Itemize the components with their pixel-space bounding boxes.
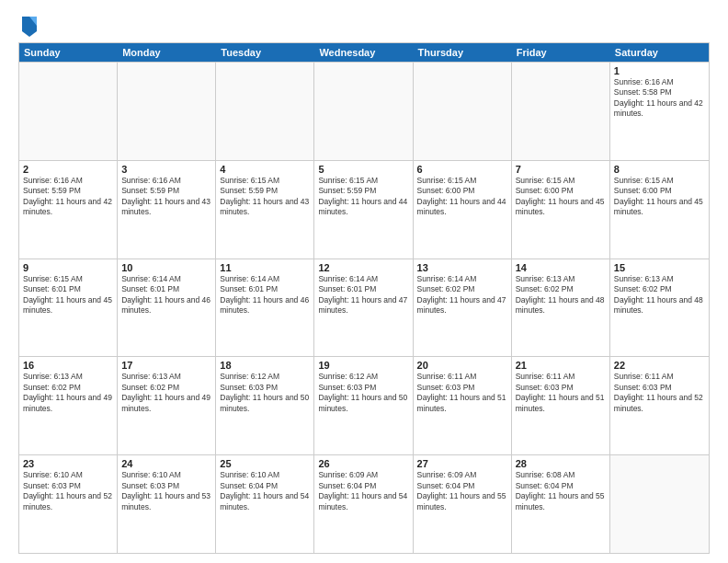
- cell-info: Sunrise: 6:08 AM Sunset: 6:04 PM Dayligh…: [516, 470, 606, 512]
- empty-cell: [118, 63, 216, 160]
- day-cell-4: 4Sunrise: 6:15 AM Sunset: 5:59 PM Daylig…: [216, 161, 314, 259]
- day-cell-5: 5Sunrise: 6:15 AM Sunset: 5:59 PM Daylig…: [314, 161, 413, 259]
- day-cell-17: 17Sunrise: 6:13 AM Sunset: 6:02 PM Dayli…: [118, 357, 216, 454]
- cell-info: Sunrise: 6:12 AM Sunset: 6:03 PM Dayligh…: [318, 372, 408, 414]
- calendar-row-1: 1Sunrise: 6:16 AM Sunset: 5:58 PM Daylig…: [19, 62, 709, 160]
- logo-icon: [20, 15, 39, 37]
- cell-info: Sunrise: 6:15 AM Sunset: 6:00 PM Dayligh…: [614, 176, 705, 218]
- empty-cell: [19, 63, 118, 160]
- day-number: 7: [516, 164, 606, 175]
- cell-info: Sunrise: 6:16 AM Sunset: 5:59 PM Dayligh…: [121, 176, 211, 218]
- day-number: 13: [417, 262, 507, 273]
- day-cell-1: 1Sunrise: 6:16 AM Sunset: 5:58 PM Daylig…: [610, 63, 709, 160]
- cell-info: Sunrise: 6:13 AM Sunset: 6:02 PM Dayligh…: [614, 274, 705, 316]
- day-number: 19: [318, 360, 408, 371]
- cell-info: Sunrise: 6:10 AM Sunset: 6:03 PM Dayligh…: [23, 470, 113, 512]
- logo: [18, 15, 39, 37]
- empty-cell: [610, 455, 709, 553]
- cell-info: Sunrise: 6:16 AM Sunset: 5:59 PM Dayligh…: [23, 176, 113, 218]
- cell-info: Sunrise: 6:11 AM Sunset: 6:03 PM Dayligh…: [417, 372, 507, 414]
- day-cell-27: 27Sunrise: 6:09 AM Sunset: 6:04 PM Dayli…: [414, 455, 512, 553]
- day-number: 16: [23, 360, 113, 371]
- day-number: 23: [23, 458, 113, 469]
- day-cell-7: 7Sunrise: 6:15 AM Sunset: 6:00 PM Daylig…: [512, 161, 610, 259]
- day-number: 5: [318, 164, 408, 175]
- day-cell-13: 13Sunrise: 6:14 AM Sunset: 6:02 PM Dayli…: [414, 259, 512, 357]
- day-number: 9: [23, 262, 113, 273]
- day-number: 17: [121, 360, 211, 371]
- day-cell-18: 18Sunrise: 6:12 AM Sunset: 6:03 PM Dayli…: [216, 357, 314, 454]
- cell-info: Sunrise: 6:15 AM Sunset: 6:00 PM Dayligh…: [516, 176, 606, 218]
- day-cell-21: 21Sunrise: 6:11 AM Sunset: 6:03 PM Dayli…: [512, 357, 610, 454]
- cell-info: Sunrise: 6:13 AM Sunset: 6:02 PM Dayligh…: [121, 372, 211, 414]
- day-number: 26: [318, 458, 408, 469]
- day-number: 11: [220, 262, 310, 273]
- day-number: 28: [516, 458, 606, 469]
- calendar-body: 1Sunrise: 6:16 AM Sunset: 5:58 PM Daylig…: [19, 62, 709, 553]
- cell-info: Sunrise: 6:13 AM Sunset: 6:02 PM Dayligh…: [23, 372, 113, 414]
- cell-info: Sunrise: 6:14 AM Sunset: 6:01 PM Dayligh…: [121, 274, 211, 316]
- header-day-friday: Friday: [512, 43, 610, 62]
- cell-info: Sunrise: 6:11 AM Sunset: 6:03 PM Dayligh…: [614, 372, 705, 414]
- day-cell-12: 12Sunrise: 6:14 AM Sunset: 6:01 PM Dayli…: [314, 259, 413, 357]
- day-number: 3: [121, 164, 211, 175]
- day-cell-3: 3Sunrise: 6:16 AM Sunset: 5:59 PM Daylig…: [118, 161, 216, 259]
- empty-cell: [512, 63, 610, 160]
- header-day-saturday: Saturday: [610, 43, 709, 62]
- calendar-row-4: 16Sunrise: 6:13 AM Sunset: 6:02 PM Dayli…: [19, 356, 709, 454]
- day-number: 25: [220, 458, 310, 469]
- calendar-row-2: 2Sunrise: 6:16 AM Sunset: 5:59 PM Daylig…: [19, 160, 709, 259]
- day-cell-11: 11Sunrise: 6:14 AM Sunset: 6:01 PM Dayli…: [216, 259, 314, 357]
- day-cell-26: 26Sunrise: 6:09 AM Sunset: 6:04 PM Dayli…: [314, 455, 413, 553]
- cell-info: Sunrise: 6:15 AM Sunset: 5:59 PM Dayligh…: [220, 176, 310, 218]
- day-number: 8: [614, 164, 705, 175]
- day-number: 14: [516, 262, 606, 273]
- day-cell-28: 28Sunrise: 6:08 AM Sunset: 6:04 PM Dayli…: [512, 455, 610, 553]
- day-cell-16: 16Sunrise: 6:13 AM Sunset: 6:02 PM Dayli…: [19, 357, 118, 454]
- page-header: [18, 15, 710, 37]
- cell-info: Sunrise: 6:14 AM Sunset: 6:01 PM Dayligh…: [220, 274, 310, 316]
- cell-info: Sunrise: 6:14 AM Sunset: 6:01 PM Dayligh…: [318, 274, 408, 316]
- day-cell-8: 8Sunrise: 6:15 AM Sunset: 6:00 PM Daylig…: [610, 161, 709, 259]
- cell-info: Sunrise: 6:14 AM Sunset: 6:02 PM Dayligh…: [417, 274, 507, 316]
- day-number: 15: [614, 262, 705, 273]
- cell-info: Sunrise: 6:15 AM Sunset: 6:00 PM Dayligh…: [417, 176, 507, 218]
- day-cell-24: 24Sunrise: 6:10 AM Sunset: 6:03 PM Dayli…: [118, 455, 216, 553]
- day-cell-2: 2Sunrise: 6:16 AM Sunset: 5:59 PM Daylig…: [19, 161, 118, 259]
- cell-info: Sunrise: 6:15 AM Sunset: 5:59 PM Dayligh…: [318, 176, 408, 218]
- day-cell-15: 15Sunrise: 6:13 AM Sunset: 6:02 PM Dayli…: [610, 259, 709, 357]
- cell-info: Sunrise: 6:09 AM Sunset: 6:04 PM Dayligh…: [318, 470, 408, 512]
- calendar: SundayMondayTuesdayWednesdayThursdayFrid…: [18, 42, 710, 554]
- calendar-row-3: 9Sunrise: 6:15 AM Sunset: 6:01 PM Daylig…: [19, 259, 709, 357]
- day-cell-19: 19Sunrise: 6:12 AM Sunset: 6:03 PM Dayli…: [314, 357, 413, 454]
- header-day-wednesday: Wednesday: [314, 43, 413, 62]
- day-number: 1: [614, 65, 705, 76]
- day-number: 2: [23, 164, 113, 175]
- day-number: 6: [417, 164, 507, 175]
- day-number: 22: [614, 360, 705, 371]
- day-cell-20: 20Sunrise: 6:11 AM Sunset: 6:03 PM Dayli…: [414, 357, 512, 454]
- day-number: 20: [417, 360, 507, 371]
- day-cell-10: 10Sunrise: 6:14 AM Sunset: 6:01 PM Dayli…: [118, 259, 216, 357]
- day-number: 18: [220, 360, 310, 371]
- empty-cell: [216, 63, 314, 160]
- day-number: 10: [121, 262, 211, 273]
- cell-info: Sunrise: 6:16 AM Sunset: 5:58 PM Dayligh…: [614, 77, 705, 120]
- day-cell-25: 25Sunrise: 6:10 AM Sunset: 6:04 PM Dayli…: [216, 455, 314, 553]
- day-cell-14: 14Sunrise: 6:13 AM Sunset: 6:02 PM Dayli…: [512, 259, 610, 357]
- day-number: 4: [220, 164, 310, 175]
- day-cell-22: 22Sunrise: 6:11 AM Sunset: 6:03 PM Dayli…: [610, 357, 709, 454]
- day-number: 24: [121, 458, 211, 469]
- cell-info: Sunrise: 6:10 AM Sunset: 6:04 PM Dayligh…: [220, 470, 310, 512]
- day-number: 21: [516, 360, 606, 371]
- cell-info: Sunrise: 6:13 AM Sunset: 6:02 PM Dayligh…: [516, 274, 606, 316]
- day-cell-9: 9Sunrise: 6:15 AM Sunset: 6:01 PM Daylig…: [19, 259, 118, 357]
- cell-info: Sunrise: 6:11 AM Sunset: 6:03 PM Dayligh…: [516, 372, 606, 414]
- header-day-sunday: Sunday: [19, 43, 118, 62]
- empty-cell: [414, 63, 512, 160]
- calendar-header: SundayMondayTuesdayWednesdayThursdayFrid…: [19, 43, 709, 62]
- cell-info: Sunrise: 6:12 AM Sunset: 6:03 PM Dayligh…: [220, 372, 310, 414]
- cell-info: Sunrise: 6:10 AM Sunset: 6:03 PM Dayligh…: [121, 470, 211, 512]
- calendar-row-5: 23Sunrise: 6:10 AM Sunset: 6:03 PM Dayli…: [19, 454, 709, 553]
- header-day-thursday: Thursday: [414, 43, 512, 62]
